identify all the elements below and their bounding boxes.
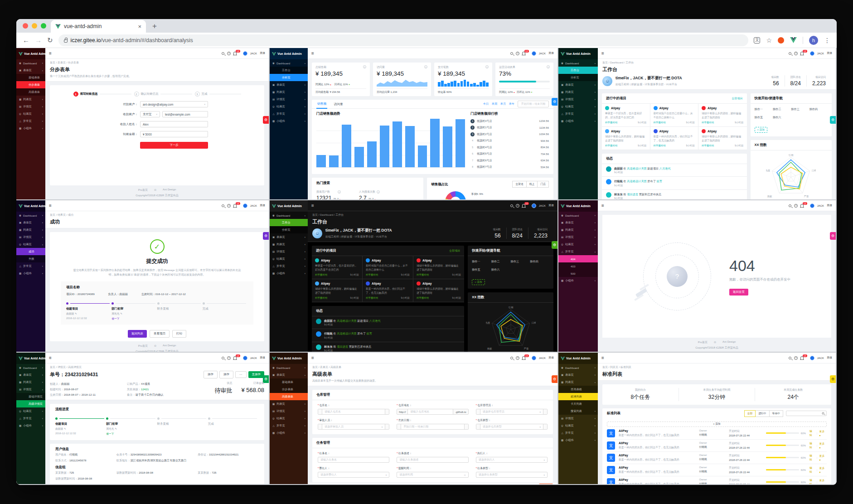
filter-button[interactable]: 全部 — [744, 410, 756, 417]
sidebar-item[interactable]: ◎结果页▾ — [16, 110, 45, 117]
user-avatar[interactable] — [243, 356, 247, 360]
translate-icon[interactable]: 文 — [754, 37, 760, 44]
feed-object-link[interactable]: 留言 — [657, 179, 662, 183]
bell-icon[interactable] — [522, 204, 525, 207]
group-link[interactable]: 科学搬砖组 — [654, 121, 666, 124]
sidebar-item[interactable]: ▩小组件▾ — [270, 117, 308, 125]
sidebar-item[interactable]: ▦列表页▾ — [16, 226, 45, 233]
feed-target-link[interactable]: 高逼格设计天团 — [627, 167, 646, 170]
step-sub-link[interactable]: 催一下 — [106, 432, 157, 436]
close-window-button[interactable] — [23, 23, 28, 29]
group-link[interactable]: 科学搬砖组 — [702, 144, 714, 147]
print-button[interactable]: 打印 — [172, 330, 186, 338]
view-project-button[interactable]: 查看项目 — [150, 330, 170, 338]
menu-kebab-icon[interactable]: ⋮ — [824, 37, 830, 44]
date-range-picker[interactable]: 开始日期 ~ 结束日期 — [518, 101, 549, 107]
group-link[interactable]: 科学搬砖组 — [605, 121, 618, 124]
sidebar-item[interactable]: 卡片列表 — [558, 400, 598, 407]
tab-visits[interactable]: 访问量 — [333, 100, 344, 108]
language-selector[interactable]: 简体 — [548, 204, 554, 208]
more-link[interactable]: 更多 ▾ — [819, 479, 827, 485]
payer-account-select[interactable]: ant-design@alipay.com▾ — [140, 101, 208, 107]
forward-icon[interactable]: → — [35, 36, 42, 44]
zoom-window-button[interactable] — [41, 23, 46, 29]
sidebar-item[interactable]: ◉Dashboard▴ — [270, 59, 308, 67]
language-selector[interactable]: 简体 — [548, 51, 554, 55]
user-avatar[interactable] — [243, 51, 247, 56]
sidebar-item[interactable]: ◉Dashboard▾ — [558, 212, 598, 219]
sidebar-item[interactable]: 500 — [558, 270, 598, 277]
theme-settings-button[interactable]: ⚙ — [830, 375, 836, 383]
sidebar-item[interactable]: △异常页▴ — [558, 248, 598, 255]
bell-icon[interactable] — [800, 356, 804, 359]
info-icon[interactable]: i — [377, 190, 380, 194]
theme-settings-button[interactable]: ⚙ — [552, 241, 557, 249]
field-input[interactable]: 请输入仓库名 — [318, 409, 389, 415]
field-input[interactable]: 请选择执行人▾ — [476, 457, 548, 463]
sidebar-item[interactable]: △异常页▾ — [270, 422, 308, 429]
group-link[interactable]: 科学搬砖组 — [366, 296, 378, 300]
item-title-link[interactable]: AliPay — [619, 478, 696, 481]
info-icon[interactable]: i — [547, 65, 550, 68]
filter-button[interactable]: 进行中 — [755, 410, 769, 417]
breadcrumb[interactable]: 首页 / 详情页 / 高级详情页 — [50, 365, 264, 369]
sidebar-item[interactable]: ▦列表页▴ — [558, 378, 598, 386]
action-button[interactable]: 操作 — [204, 371, 218, 378]
search-icon[interactable] — [222, 204, 224, 207]
search-icon[interactable] — [510, 52, 513, 55]
field-input[interactable]: 请选择仓库管理员▾ — [476, 409, 548, 415]
project-card[interactable]: Alipay 那是一种内在的东西，他们到达不了，也无法触及的 科学搬砖组9小时前 — [650, 127, 699, 150]
bell-icon[interactable] — [522, 52, 525, 55]
feed-target-link[interactable]: 高逼格设计天团 — [337, 332, 356, 335]
sidebar-item[interactable]: ▩小组件▾ — [16, 270, 45, 277]
user-avatar[interactable] — [243, 204, 247, 208]
project-card[interactable]: Alipay 城镇中有那么多的酒馆，她却偏偏走进了我的酒馆 科学搬砖组9小时前 — [413, 256, 464, 279]
field-input[interactable]: 开始日期 ~ 结束日期 — [397, 424, 468, 430]
range-today[interactable]: 今日 — [483, 102, 489, 106]
bell-icon[interactable] — [522, 356, 525, 359]
field-input[interactable]: 请输入任务名 — [318, 457, 389, 463]
language-selector[interactable]: 简体 — [260, 204, 265, 208]
theme-settings-button[interactable]: ⚙ — [263, 375, 269, 383]
language-selector[interactable]: 简体 — [827, 356, 832, 360]
user-avatar[interactable] — [532, 356, 536, 360]
field-input[interactable]: http://请输入仓库域名.github.io — [397, 409, 468, 415]
help-icon[interactable]: ? — [794, 204, 798, 208]
sidebar-item[interactable]: ◎结果页▾ — [270, 103, 308, 110]
sidebar-item[interactable]: ◎结果页▾ — [558, 241, 598, 248]
payee-type-select[interactable]: 支付宝▾ — [140, 111, 160, 117]
sidebar-item[interactable]: ◉Dashboard▾ — [16, 59, 45, 67]
sidebar-item[interactable]: ▤详情页▴ — [16, 386, 45, 393]
theme-settings-button[interactable]: ⚙ — [830, 232, 836, 240]
vue-devtools-icon[interactable] — [790, 37, 797, 43]
add-op-button[interactable]: + 添加 — [472, 279, 485, 285]
help-icon[interactable]: ? — [794, 52, 798, 55]
edit-link[interactable]: 编辑 — [809, 441, 815, 450]
field-input[interactable]: 请选择任务类型▾ — [476, 472, 548, 478]
info-icon[interactable]: i — [363, 65, 366, 68]
search-icon[interactable] — [222, 52, 224, 55]
sidebar-item[interactable]: ◎结果页▴ — [16, 241, 45, 248]
search-icon[interactable] — [222, 357, 224, 359]
group-link[interactable]: 科学搬砖组 — [315, 296, 328, 300]
sidebar-item[interactable]: 分析页 — [558, 74, 598, 81]
collapse-menu-icon[interactable]: ≡ — [601, 355, 604, 360]
step-sub-link[interactable]: 2016-12-12 12:32 — [66, 317, 111, 320]
sidebar-item[interactable]: 分步表单 — [16, 81, 45, 88]
theme-settings-button[interactable]: ⚙ — [552, 98, 557, 106]
language-selector[interactable]: 简体 — [260, 51, 265, 55]
sidebar-item[interactable]: ▩小组件▾ — [16, 125, 45, 132]
profile-avatar[interactable]: h — [809, 36, 818, 45]
sidebar-item[interactable]: ▣表单页▴ — [270, 371, 308, 378]
language-selector[interactable]: 简体 — [548, 356, 554, 360]
quick-op-link[interactable]: 操作六 — [491, 268, 511, 272]
sidebar-item[interactable]: ▩小组件▾ — [558, 436, 598, 444]
group-link[interactable]: 科学搬砖组 — [605, 144, 618, 147]
sidebar-item[interactable]: ▦列表页▾ — [270, 241, 308, 248]
quick-op-link[interactable]: 操作二 — [491, 260, 511, 264]
app-logo[interactable]: Vue Antd Admin — [558, 200, 598, 212]
sidebar-item[interactable]: 基础表单 — [16, 74, 45, 81]
sidebar-item[interactable]: △异常页▾ — [16, 262, 45, 270]
all-projects-link[interactable]: 全部项目 — [732, 97, 743, 101]
app-logo[interactable]: Vue Antd Admin — [558, 48, 598, 59]
